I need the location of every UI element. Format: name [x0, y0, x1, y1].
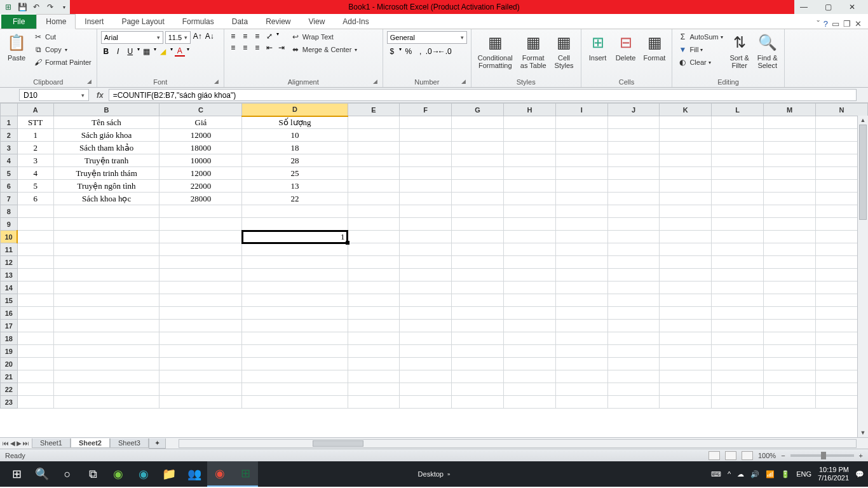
search-icon[interactable]: 🔍: [29, 461, 55, 487]
cell-L17[interactable]: [712, 320, 764, 332]
zoom-level[interactable]: 100%: [758, 452, 776, 459]
cell-B2[interactable]: Sách giáo khoa: [53, 129, 159, 142]
cell-C7[interactable]: 28000: [159, 193, 242, 205]
cell-C5[interactable]: 12000: [159, 167, 242, 180]
cell-F15[interactable]: [400, 294, 452, 307]
clock[interactable]: 10:19 PM 7/16/2021: [818, 466, 849, 482]
cell-E23[interactable]: [348, 396, 400, 409]
cell-I11[interactable]: [555, 243, 607, 256]
col-header-N[interactable]: N: [816, 104, 868, 116]
scroll-down-icon[interactable]: ▼: [858, 428, 868, 437]
col-header-G[interactable]: G: [452, 104, 504, 116]
row-header-4[interactable]: 4: [1, 154, 18, 167]
col-header-B[interactable]: B: [53, 104, 159, 116]
cell-L22[interactable]: [712, 383, 764, 396]
cell-J18[interactable]: [607, 332, 660, 345]
copy-button[interactable]: ⧉Copy▾: [32, 44, 93, 55]
font-name-combo[interactable]: Arial▾: [101, 31, 163, 44]
row-header-9[interactable]: 9: [1, 218, 18, 231]
cell-M4[interactable]: [764, 154, 816, 167]
view-break-icon[interactable]: [742, 451, 753, 460]
cell-G17[interactable]: [452, 320, 504, 332]
col-header-I[interactable]: I: [555, 104, 607, 116]
ribbon-close-icon[interactable]: ✕: [855, 19, 862, 29]
view-normal-icon[interactable]: [709, 451, 720, 460]
cell-F14[interactable]: [400, 281, 452, 294]
cell-M2[interactable]: [764, 129, 816, 142]
cell-A21[interactable]: [17, 370, 53, 383]
cell-F21[interactable]: [400, 370, 452, 383]
cell-K18[interactable]: [660, 332, 712, 345]
cell-K13[interactable]: [660, 269, 712, 281]
sheet-tab-1[interactable]: Sheet1: [32, 438, 71, 448]
app-icon-2[interactable]: ◉: [207, 461, 233, 487]
cell-F20[interactable]: [400, 358, 452, 370]
cell-L5[interactable]: [712, 167, 764, 180]
cell-C20[interactable]: [159, 358, 242, 370]
cell-K8[interactable]: [660, 205, 712, 218]
cell-H2[interactable]: [504, 129, 556, 142]
cell-M12[interactable]: [764, 256, 816, 269]
cell-F1[interactable]: [400, 116, 452, 129]
cell-E14[interactable]: [348, 281, 400, 294]
cell-H4[interactable]: [504, 154, 556, 167]
row-header-12[interactable]: 12: [1, 256, 18, 269]
horizontal-scrollbar[interactable]: [179, 439, 857, 448]
cell-D2[interactable]: 10: [242, 129, 348, 142]
cell-F3[interactable]: [400, 142, 452, 154]
tray-cloud-icon[interactable]: ☁: [737, 470, 744, 478]
cell-D18[interactable]: [242, 332, 348, 345]
cell-G19[interactable]: [452, 345, 504, 358]
cell-E10[interactable]: [348, 231, 400, 243]
cell-L23[interactable]: [712, 396, 764, 409]
cell-C10[interactable]: [159, 231, 242, 243]
cell-L21[interactable]: [712, 370, 764, 383]
cell-C9[interactable]: [159, 218, 242, 231]
sheet-next-icon[interactable]: ▶: [17, 440, 22, 447]
cell-J23[interactable]: [607, 396, 660, 409]
cell-C17[interactable]: [159, 320, 242, 332]
tab-addins[interactable]: Add-Ins: [334, 15, 377, 29]
col-header-C[interactable]: C: [159, 104, 242, 116]
taskbar-desktop-label[interactable]: Desktop»: [418, 470, 451, 478]
cell-M22[interactable]: [764, 383, 816, 396]
cell-I18[interactable]: [555, 332, 607, 345]
sheet-tab-3[interactable]: Sheet3: [110, 438, 149, 448]
cell-E9[interactable]: [348, 218, 400, 231]
cell-E12[interactable]: [348, 256, 400, 269]
ribbon-min-window-icon[interactable]: ▭: [832, 19, 839, 29]
new-sheet-button[interactable]: ✦: [149, 438, 166, 449]
cell-G3[interactable]: [452, 142, 504, 154]
cell-H14[interactable]: [504, 281, 556, 294]
cell-F11[interactable]: [400, 243, 452, 256]
cell-G1[interactable]: [452, 116, 504, 129]
cell-H15[interactable]: [504, 294, 556, 307]
inc-indent-icon[interactable]: ⇥: [276, 43, 287, 53]
cell-C3[interactable]: 18000: [159, 142, 242, 154]
save-icon[interactable]: 💾: [17, 1, 28, 13]
row-header-22[interactable]: 22: [1, 383, 18, 396]
cell-K12[interactable]: [660, 256, 712, 269]
cell-D8[interactable]: [242, 205, 348, 218]
notifications-icon[interactable]: 💬: [855, 470, 864, 478]
conditional-formatting-button[interactable]: ▦Conditional Formatting: [475, 31, 515, 71]
cell-A19[interactable]: [17, 345, 53, 358]
cell-B10[interactable]: [53, 231, 159, 243]
col-header-A[interactable]: A: [17, 104, 53, 116]
cell-B11[interactable]: [53, 243, 159, 256]
cell-I15[interactable]: [555, 294, 607, 307]
cell-K9[interactable]: [660, 218, 712, 231]
cell-E5[interactable]: [348, 167, 400, 180]
row-header-13[interactable]: 13: [1, 269, 18, 281]
cell-C11[interactable]: [159, 243, 242, 256]
cell-D20[interactable]: [242, 358, 348, 370]
cell-C19[interactable]: [159, 345, 242, 358]
cell-B7[interactable]: Sách khoa học: [53, 193, 159, 205]
cell-M19[interactable]: [764, 345, 816, 358]
col-header-M[interactable]: M: [764, 104, 816, 116]
row-header-6[interactable]: 6: [1, 180, 18, 193]
tray-keyboard-icon[interactable]: ⌨: [711, 470, 721, 478]
tray-battery-icon[interactable]: 🔋: [781, 470, 790, 478]
cell-J20[interactable]: [607, 358, 660, 370]
app-icon-1[interactable]: ◉: [105, 461, 131, 487]
